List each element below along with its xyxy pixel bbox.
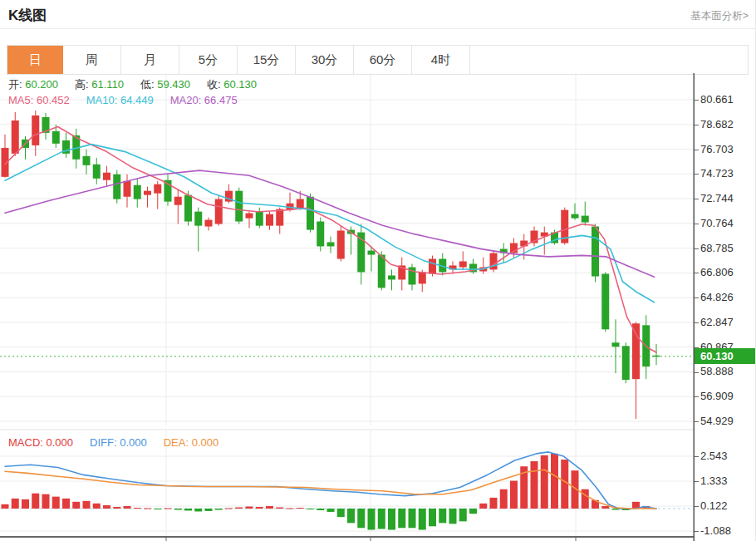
macd-bar (124, 506, 131, 509)
fundamental-analysis-link[interactable]: 基本面分析> (690, 9, 749, 23)
candle-body (307, 197, 314, 230)
price-axis-label: 78.682 (695, 118, 756, 131)
candle-body (32, 116, 39, 145)
macd-histogram (2, 454, 650, 530)
macd-bar (469, 509, 477, 514)
macd-bar (154, 509, 161, 509)
candle-body (601, 274, 609, 330)
kline-chart-canvas[interactable] (0, 73, 695, 541)
macd-bar (164, 508, 172, 509)
candle-body (174, 197, 182, 205)
legend-item: 收: 60.130 (207, 77, 257, 92)
macd-bar (276, 508, 283, 509)
price-axis-label: 68.785 (695, 242, 756, 255)
candle-body (368, 251, 376, 255)
macd-bar (246, 507, 253, 509)
candle-body (276, 209, 283, 226)
candle-body (419, 272, 426, 283)
candle-body (632, 323, 640, 379)
gridlines (0, 73, 695, 537)
candle-body (83, 156, 91, 165)
macd-bar (541, 455, 548, 509)
macd-bar (103, 505, 110, 509)
price-axis-label: 66.806 (695, 266, 756, 279)
legend-item: DEA: 0.000 (164, 436, 219, 449)
macd-bar (2, 504, 9, 509)
macd-bar (93, 504, 101, 509)
tab-月[interactable]: 月 (121, 46, 179, 74)
candle-body (52, 131, 60, 144)
macd-bar (419, 509, 426, 530)
tab-60分[interactable]: 60分 (354, 46, 412, 74)
tab-30分[interactable]: 30分 (296, 46, 354, 74)
price-axis-label: 64.826 (695, 291, 756, 304)
candle-body (124, 181, 131, 197)
macd-axis-label: 0.122 (695, 499, 756, 513)
diff-line (5, 452, 656, 509)
macd-legend: MACD: 0.000DIFF: 0.000DEA: 0.000 (8, 436, 235, 449)
macd-bar (490, 498, 498, 509)
ohlc-legend: 开: 60.200高: 61.110低: 59.430收: 60.130 (8, 77, 273, 92)
legend-item: MA5: 60.452 (8, 94, 70, 106)
candle-body (266, 214, 273, 226)
legend-item: 开: 60.200 (8, 77, 58, 92)
macd-bar (194, 509, 202, 511)
macd-bar (500, 489, 508, 509)
macd-bar (378, 509, 385, 529)
macd-bar (439, 509, 446, 523)
macd-bar (368, 509, 376, 530)
candle-body (459, 261, 467, 267)
candles-series (2, 111, 660, 419)
candle-body (184, 195, 192, 222)
candle-body (12, 120, 19, 154)
candle-body (327, 242, 335, 246)
tab-15分[interactable]: 15分 (238, 46, 296, 74)
tab-日[interactable]: 日 (7, 46, 63, 74)
macd-bar (388, 509, 395, 530)
tab-4时[interactable]: 4时 (412, 46, 470, 74)
candle-body (134, 185, 141, 199)
macd-bar (297, 508, 304, 509)
candle-body (144, 191, 151, 195)
macd-bar (510, 481, 518, 509)
macd-bar (327, 509, 335, 512)
tab-周[interactable]: 周 (63, 46, 121, 74)
price-axis-label: 54.929 (695, 415, 756, 428)
macd-bar (429, 509, 436, 526)
kline-chart-area[interactable]: 开: 60.200高: 61.110低: 59.430收: 60.130 MA5… (0, 73, 756, 541)
macd-bar (144, 508, 151, 509)
candle-body (215, 199, 223, 224)
macd-bar (459, 509, 467, 521)
candle-body (205, 220, 213, 227)
legend-item: MACD: 0.000 (8, 436, 73, 449)
macd-axis-label: -1.088 (695, 524, 756, 538)
macd-bar (479, 504, 487, 509)
tab-bar-filler (470, 46, 748, 74)
macd-bar (72, 502, 80, 509)
period-tab-bar: 日周月5分15分30分60分4时 (7, 45, 749, 75)
macd-axis-label: 1.333 (695, 475, 756, 488)
candle-body (612, 342, 620, 347)
price-axis-label: 70.764 (695, 217, 756, 230)
current-price-badge: 60.130 (695, 348, 756, 364)
candle-body (154, 184, 161, 194)
candle-body (317, 222, 324, 247)
macd-bar (307, 509, 314, 509)
legend-item: MA10: 64.449 (86, 94, 154, 106)
candle-body (378, 255, 385, 288)
macd-bar (287, 508, 294, 509)
candle-body (622, 346, 630, 380)
candle-body (235, 191, 243, 222)
tab-5分[interactable]: 5分 (179, 46, 238, 74)
candle-body (592, 227, 599, 277)
macd-bar (256, 507, 263, 509)
price-axis-label: 72.744 (695, 192, 756, 205)
macd-bar (357, 509, 365, 528)
current-price-value: 60.130 (700, 350, 734, 362)
legend-item: 高: 61.110 (75, 77, 124, 92)
macd-bar (601, 506, 609, 509)
macd-axis-label: 2.543 (695, 450, 756, 463)
dea-line (5, 470, 656, 509)
macd-bar (22, 499, 29, 509)
macd-bar (52, 497, 60, 509)
